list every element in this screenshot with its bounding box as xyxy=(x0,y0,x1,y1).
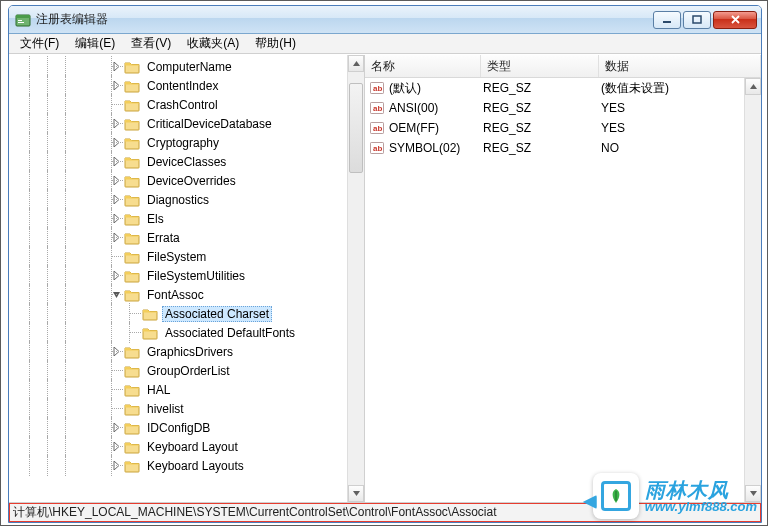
menu-favorites[interactable]: 收藏夹(A) xyxy=(180,34,246,53)
tree-node[interactable]: ComputerName xyxy=(11,57,347,76)
tree-node[interactable]: DeviceOverrides xyxy=(11,171,347,190)
outer-frame: 注册表编辑器 文件(F) 编辑(E) 查看(V) 收藏夹(A) 帮助(H) Co… xyxy=(0,0,768,526)
folder-icon xyxy=(124,459,140,473)
window-controls xyxy=(653,11,757,29)
string-value-icon: ab xyxy=(369,80,385,96)
body: ComputerName ContentIndex CrashControl C… xyxy=(9,54,761,502)
folder-icon xyxy=(124,174,140,188)
tree-node-label: GroupOrderList xyxy=(144,363,233,379)
tree-node[interactable]: CrashControl xyxy=(11,95,347,114)
folder-icon xyxy=(124,136,140,150)
tree-node[interactable]: ContentIndex xyxy=(11,76,347,95)
svg-rect-1 xyxy=(16,15,30,18)
tree-node[interactable]: Associated DefaultFonts xyxy=(11,323,347,342)
folder-icon xyxy=(124,79,140,93)
tree-node-label: hivelist xyxy=(144,401,187,417)
svg-text:ab: ab xyxy=(373,84,382,93)
value-type: REG_SZ xyxy=(481,101,599,115)
tree-node[interactable]: GraphicsDrivers xyxy=(11,342,347,361)
scroll-up-icon[interactable] xyxy=(348,55,364,72)
menubar: 文件(F) 编辑(E) 查看(V) 收藏夹(A) 帮助(H) xyxy=(9,34,761,54)
folder-icon xyxy=(124,421,140,435)
folder-icon xyxy=(124,364,140,378)
value-data: YES xyxy=(599,101,761,115)
column-header-type[interactable]: 类型 xyxy=(481,55,599,77)
tree-scrollbar[interactable] xyxy=(347,55,364,502)
tree-node[interactable]: Associated Charset xyxy=(11,304,347,323)
folder-icon xyxy=(124,402,140,416)
tree-node[interactable]: hivelist xyxy=(11,399,347,418)
tree-node-label: FileSystemUtilities xyxy=(144,268,248,284)
folder-icon xyxy=(124,440,140,454)
folder-icon xyxy=(124,60,140,74)
folder-icon xyxy=(124,212,140,226)
menu-view[interactable]: 查看(V) xyxy=(124,34,178,53)
scrollbar-thumb[interactable] xyxy=(349,83,363,173)
titlebar[interactable]: 注册表编辑器 xyxy=(9,6,761,34)
tree-node[interactable]: GroupOrderList xyxy=(11,361,347,380)
menu-edit[interactable]: 编辑(E) xyxy=(68,34,122,53)
value-row[interactable]: ab (默认)REG_SZ(数值未设置) xyxy=(365,78,761,98)
tree-node-label: CriticalDeviceDatabase xyxy=(144,116,275,132)
menu-file[interactable]: 文件(F) xyxy=(13,34,66,53)
value-row[interactable]: ab SYMBOL(02)REG_SZNO xyxy=(365,138,761,158)
tree-node[interactable]: CriticalDeviceDatabase xyxy=(11,114,347,133)
close-button[interactable] xyxy=(713,11,757,29)
string-value-icon: ab xyxy=(369,120,385,136)
svg-text:ab: ab xyxy=(373,104,382,113)
value-row[interactable]: ab OEM(FF)REG_SZYES xyxy=(365,118,761,138)
value-type: REG_SZ xyxy=(481,121,599,135)
minimize-icon xyxy=(662,16,672,24)
tree-node[interactable]: HAL xyxy=(11,380,347,399)
tree-node[interactable]: FileSystem xyxy=(11,247,347,266)
svg-rect-3 xyxy=(18,22,24,23)
tree-node-label: Els xyxy=(144,211,167,227)
tree-node-label: IDConfigDB xyxy=(144,420,213,436)
tree-node[interactable]: Keyboard Layouts xyxy=(11,456,347,475)
value-type: REG_SZ xyxy=(481,81,599,95)
tree-node[interactable]: Cryptography xyxy=(11,133,347,152)
maximize-icon xyxy=(692,15,702,24)
folder-icon xyxy=(124,383,140,397)
tree-node[interactable]: Keyboard Layout xyxy=(11,437,347,456)
values-scrollbar[interactable] xyxy=(744,78,761,502)
value-name: ANSI(00) xyxy=(389,101,438,115)
tree-node[interactable]: DeviceClasses xyxy=(11,152,347,171)
tree-node[interactable]: Errata xyxy=(11,228,347,247)
regedit-window: 注册表编辑器 文件(F) 编辑(E) 查看(V) 收藏夹(A) 帮助(H) Co… xyxy=(8,5,762,523)
tree-node[interactable]: Diagnostics xyxy=(11,190,347,209)
tree-scroll[interactable]: ComputerName ContentIndex CrashControl C… xyxy=(9,55,347,502)
values-pane: 名称 类型 数据 ab (默认)REG_SZ(数值未设置) ab ANSI(00… xyxy=(365,55,761,502)
scroll-down-icon[interactable] xyxy=(348,485,364,502)
tree-pane: ComputerName ContentIndex CrashControl C… xyxy=(9,55,365,502)
tree-node-label: Errata xyxy=(144,230,183,246)
scroll-up-icon[interactable] xyxy=(745,78,761,95)
value-name: (默认) xyxy=(389,80,421,97)
tree-node-label: Diagnostics xyxy=(144,192,212,208)
tree-node[interactable]: FontAssoc xyxy=(11,285,347,304)
tree-node[interactable]: FileSystemUtilities xyxy=(11,266,347,285)
values-list[interactable]: ab (默认)REG_SZ(数值未设置) ab ANSI(00)REG_SZYE… xyxy=(365,78,761,502)
app-icon xyxy=(15,12,31,28)
value-data: NO xyxy=(599,141,761,155)
value-data: YES xyxy=(599,121,761,135)
folder-icon xyxy=(124,231,140,245)
folder-icon xyxy=(124,250,140,264)
column-header-name[interactable]: 名称 xyxy=(365,55,481,77)
tree-node-label: Keyboard Layout xyxy=(144,439,241,455)
tree-node-label: GraphicsDrivers xyxy=(144,344,236,360)
minimize-button[interactable] xyxy=(653,11,681,29)
string-value-icon: ab xyxy=(369,140,385,156)
tree-node-label: Cryptography xyxy=(144,135,222,151)
svg-text:ab: ab xyxy=(373,124,382,133)
menu-help[interactable]: 帮助(H) xyxy=(248,34,303,53)
scroll-down-icon[interactable] xyxy=(745,485,761,502)
registry-tree: ComputerName ContentIndex CrashControl C… xyxy=(9,55,347,477)
value-row[interactable]: ab ANSI(00)REG_SZYES xyxy=(365,98,761,118)
folder-icon xyxy=(124,345,140,359)
tree-node[interactable]: IDConfigDB xyxy=(11,418,347,437)
tree-node-label: DeviceClasses xyxy=(144,154,229,170)
column-header-data[interactable]: 数据 xyxy=(599,55,761,77)
maximize-button[interactable] xyxy=(683,11,711,29)
tree-node[interactable]: Els xyxy=(11,209,347,228)
